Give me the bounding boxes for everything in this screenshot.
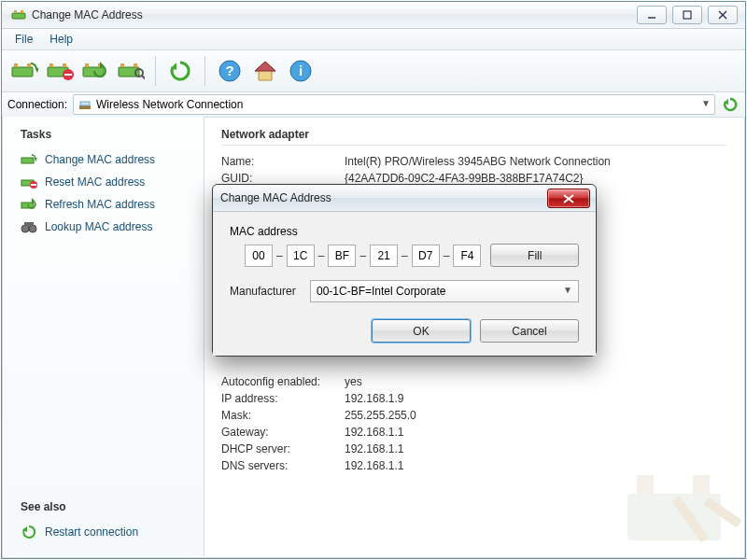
task-label: Refresh MAC address <box>45 198 155 211</box>
menubar: File Help <box>2 29 745 50</box>
manufacturer-value: 00-1C-BF=Intel Corporate <box>317 285 445 298</box>
svg-rect-13 <box>63 63 66 67</box>
toolbar-refresh-mac[interactable] <box>78 54 112 88</box>
minimize-button[interactable] <box>637 6 667 24</box>
fill-button[interactable]: Fill <box>490 244 579 267</box>
toolbar-about[interactable]: i <box>284 54 317 88</box>
svg-rect-2 <box>21 10 23 13</box>
toolbar: ? i <box>2 50 745 92</box>
toolbar-separator <box>204 56 205 86</box>
adapter-row: IP address:192.168.1.9 <box>221 392 726 405</box>
adapter-label: Autoconfig enabled: <box>221 375 345 388</box>
svg-rect-17 <box>85 63 89 67</box>
task-label: Change MAC address <box>45 153 155 166</box>
close-button[interactable] <box>708 6 738 24</box>
connection-icon <box>78 97 92 112</box>
ok-button[interactable]: OK <box>372 319 471 343</box>
mac-octet-1[interactable] <box>245 245 273 267</box>
svg-text:?: ? <box>225 63 233 78</box>
refresh-icon <box>21 524 37 540</box>
tasks-heading: Tasks <box>21 128 194 141</box>
manufacturer-label: Manufacturer <box>230 285 310 298</box>
menu-file[interactable]: File <box>7 31 40 48</box>
toolbar-home[interactable] <box>248 54 282 88</box>
adapter-label: IP address: <box>221 392 345 405</box>
svg-rect-0 <box>12 13 25 19</box>
nic-refresh-icon <box>21 196 37 213</box>
seealso-label: Restart connection <box>45 525 138 539</box>
toolbar-restart-connection[interactable] <box>163 54 197 88</box>
adapter-row: Mask:255.255.255.0 <box>221 409 726 422</box>
svg-text:i: i <box>299 63 303 78</box>
adapter-row: Autoconfig enabled:yes <box>221 375 726 388</box>
adapter-row: Name:Intel(R) PRO/Wireless 3945ABG Netwo… <box>221 155 726 168</box>
app-icon <box>11 7 26 22</box>
seealso-heading: See also <box>21 500 194 513</box>
toolbar-separator <box>155 56 156 86</box>
seealso-restart-connection[interactable]: Restart connection <box>13 521 194 543</box>
svg-rect-21 <box>120 63 124 67</box>
svg-rect-22 <box>134 63 137 67</box>
mac-octet-3[interactable] <box>328 245 356 267</box>
toolbar-help[interactable]: ? <box>213 54 247 88</box>
connection-dropdown[interactable]: Wireless Network Connection ▼ <box>73 94 715 115</box>
adapter-value: yes <box>345 375 362 388</box>
svg-point-42 <box>21 225 29 232</box>
adapter-value: 192.168.1.9 <box>345 392 403 405</box>
task-label: Lookup MAC address <box>45 220 152 233</box>
svg-point-43 <box>29 225 36 232</box>
svg-rect-1 <box>14 10 17 13</box>
task-lookup-mac[interactable]: Lookup MAC address <box>13 216 194 238</box>
mac-octet-2[interactable] <box>287 245 315 267</box>
adapter-row: Gateway:192.168.1.1 <box>221 426 726 439</box>
dropdown-arrow-icon: ▼ <box>701 98 711 108</box>
dialog-body: MAC address – – – – – Fill Manufacturer <box>213 212 596 356</box>
toolbar-reset-mac[interactable] <box>43 54 77 88</box>
nic-change-icon <box>21 151 37 168</box>
nic-reset-icon <box>21 174 37 190</box>
toolbar-lookup-mac[interactable] <box>114 54 148 88</box>
window-buttons <box>637 6 738 24</box>
adapter-value: 255.255.255.0 <box>345 409 416 422</box>
binoculars-icon <box>21 218 37 235</box>
adapter-label: Name: <box>221 155 345 168</box>
adapter-label: DNS servers: <box>221 459 345 472</box>
svg-line-24 <box>142 76 145 79</box>
mac-octet-5[interactable] <box>412 245 440 267</box>
adapter-value: 192.168.1.1 <box>345 459 403 472</box>
toolbar-change-mac[interactable] <box>7 54 41 88</box>
mac-octet-4[interactable] <box>370 245 398 267</box>
connection-bar: Connection: Wireless Network Connection … <box>2 92 745 118</box>
svg-rect-48 <box>693 475 710 494</box>
adapter-label: GUID: <box>221 172 345 185</box>
task-change-mac[interactable]: Change MAC address <box>13 148 194 171</box>
svg-rect-7 <box>12 67 33 77</box>
maximize-button[interactable] <box>672 6 702 24</box>
svg-rect-44 <box>24 222 34 226</box>
window-title: Change MAC Address <box>32 8 637 21</box>
svg-rect-12 <box>49 63 53 67</box>
cancel-button[interactable]: Cancel <box>480 319 579 343</box>
dialog-close-button[interactable] <box>547 189 590 208</box>
manufacturer-dropdown[interactable]: 00-1C-BF=Intel Corporate ▼ <box>310 280 579 302</box>
svg-rect-39 <box>31 184 36 186</box>
mac-octet-6[interactable] <box>453 245 481 267</box>
svg-rect-16 <box>83 67 104 77</box>
task-reset-mac[interactable]: Reset MAC address <box>13 171 194 193</box>
task-label: Reset MAC address <box>45 175 145 189</box>
connection-refresh-button[interactable] <box>721 95 740 114</box>
adapter-value: Intel(R) PRO/Wireless 3945ABG Network Co… <box>345 155 611 168</box>
dialog-titlebar: Change MAC Address <box>213 185 596 212</box>
svg-rect-35 <box>21 158 34 163</box>
svg-marker-29 <box>255 62 275 71</box>
change-mac-dialog: Change MAC Address MAC address – – – – – <box>212 184 597 357</box>
dropdown-arrow-icon: ▼ <box>563 285 572 295</box>
menu-help[interactable]: Help <box>42 31 80 48</box>
dialog-title: Change MAC Address <box>220 191 331 204</box>
adapter-value: 192.168.1.1 <box>345 426 403 439</box>
adapter-heading: Network adapter <box>221 128 726 146</box>
sidebar: Tasks Change MAC address Reset MAC addre… <box>4 117 204 556</box>
app-window: Change MAC Address File Help ? <box>1 1 746 559</box>
watermark-icon <box>618 456 743 556</box>
task-refresh-mac[interactable]: Refresh MAC address <box>13 193 194 216</box>
